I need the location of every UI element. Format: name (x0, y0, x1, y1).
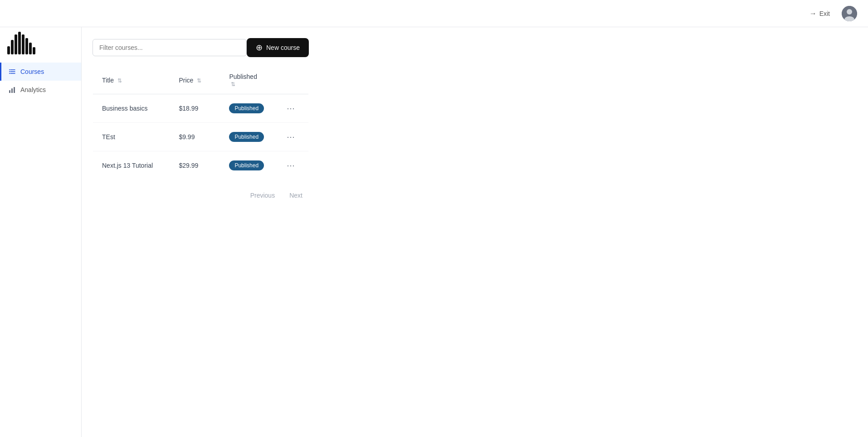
svg-rect-9 (9, 90, 10, 93)
course-title-1: Business basics (93, 94, 170, 123)
content-header: ⊕ New course (93, 38, 309, 57)
course-status-3: Published (220, 151, 273, 180)
table-body: Business basics $18.99 Published ⋯ TEst … (93, 94, 309, 180)
logo-bar-8 (33, 47, 35, 54)
pagination: Previous Next (93, 189, 309, 202)
exit-label: Exit (819, 10, 830, 17)
logo-bar-5 (22, 34, 24, 54)
course-price-1: $18.99 (170, 94, 220, 123)
svg-point-6 (9, 69, 10, 70)
course-status-1: Published (220, 94, 273, 123)
course-actions-3: ⋯ (274, 151, 309, 180)
sidebar-item-courses[interactable]: Courses (0, 63, 81, 81)
published-badge-2: Published (229, 132, 264, 142)
course-actions-1: ⋯ (274, 94, 309, 123)
svg-point-1 (847, 9, 852, 15)
table-row: Next.js 13 Tutorial $29.99 Published ⋯ (93, 151, 309, 180)
actions-menu-button-2[interactable]: ⋯ (283, 130, 299, 144)
actions-menu-button-3[interactable]: ⋯ (283, 159, 299, 172)
price-sort-icon: ⇅ (197, 78, 201, 84)
new-course-label: New course (266, 44, 300, 51)
sidebar-nav: Courses Analytics (0, 59, 81, 102)
table-header: Title ⇅ Price ⇅ Published ⇅ (93, 67, 309, 94)
logo-bar-3 (15, 34, 17, 54)
plus-icon: ⊕ (256, 44, 263, 52)
col-title-header[interactable]: Title ⇅ (93, 67, 170, 94)
logo-bar-4 (18, 32, 21, 54)
col-published-header[interactable]: Published ⇅ (220, 67, 273, 94)
new-course-button[interactable]: ⊕ New course (247, 38, 309, 57)
svg-rect-11 (14, 87, 15, 93)
logo-bar-6 (25, 38, 28, 54)
svg-point-7 (9, 71, 10, 72)
sidebar-item-analytics-label: Analytics (20, 86, 46, 93)
exit-button[interactable]: → Exit (805, 7, 834, 20)
bar-chart-icon (9, 86, 16, 93)
course-price-2: $9.99 (170, 123, 220, 151)
published-badge-1: Published (229, 103, 264, 113)
table-row: TEst $9.99 Published ⋯ (93, 123, 309, 151)
svg-rect-10 (11, 88, 13, 93)
logo-bars (7, 32, 35, 54)
svg-point-8 (9, 73, 10, 74)
course-title-2: TEst (93, 123, 170, 151)
avatar[interactable] (842, 6, 857, 21)
course-title-3: Next.js 13 Tutorial (93, 151, 170, 180)
next-button[interactable]: Next (285, 189, 307, 202)
list-icon (9, 68, 16, 75)
logo-bar-1 (7, 46, 10, 54)
filter-input[interactable] (93, 39, 247, 56)
topbar: → Exit (0, 0, 868, 27)
course-status-2: Published (220, 123, 273, 151)
logo (0, 27, 81, 59)
col-price-header[interactable]: Price ⇅ (170, 67, 220, 94)
logo-bar-2 (11, 40, 14, 54)
col-actions-header (274, 67, 309, 94)
main-content: ⊕ New course Title ⇅ Price ⇅ Published (82, 27, 320, 437)
course-price-3: $29.99 (170, 151, 220, 180)
courses-table: Title ⇅ Price ⇅ Published ⇅ (93, 66, 309, 180)
exit-icon: → (809, 10, 817, 18)
sidebar-item-analytics[interactable]: Analytics (0, 81, 81, 99)
logo-bar-7 (29, 43, 32, 54)
sidebar-item-courses-label: Courses (20, 68, 44, 75)
sidebar: Courses Analytics (0, 0, 82, 437)
previous-button[interactable]: Previous (246, 189, 279, 202)
title-sort-icon: ⇅ (117, 78, 122, 84)
actions-menu-button-1[interactable]: ⋯ (283, 102, 299, 115)
published-badge-3: Published (229, 160, 264, 170)
course-actions-2: ⋯ (274, 123, 309, 151)
published-sort-icon: ⇅ (231, 81, 235, 87)
table-row: Business basics $18.99 Published ⋯ (93, 94, 309, 123)
